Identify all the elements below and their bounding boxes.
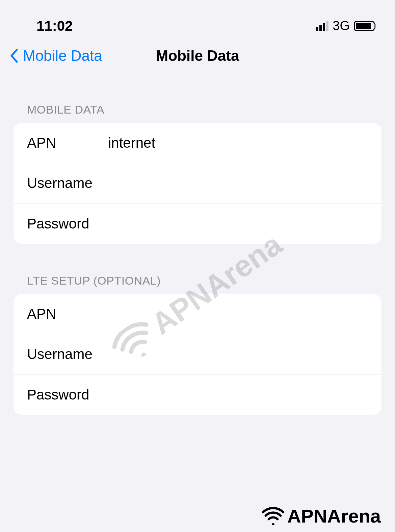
field-row-lte-apn[interactable]: APN [14, 294, 381, 334]
field-label-lte-username: Username [27, 346, 108, 362]
network-type: 3G [333, 19, 350, 33]
watermark-bottom-text: APNArena [287, 505, 381, 527]
status-right: 3G [316, 19, 375, 33]
nav-bar: Mobile Data Mobile Data [0, 35, 395, 73]
field-label-password: Password [27, 216, 108, 232]
wifi-icon [262, 507, 285, 525]
section-group-mobile-data: APN Username Password [14, 123, 381, 244]
field-label-lte-password: Password [27, 387, 108, 403]
content: MOBILE DATA APN Username Password LTE SE… [0, 73, 395, 415]
watermark-bottom: APNArena [262, 505, 381, 527]
password-input[interactable] [108, 216, 368, 232]
lte-apn-input[interactable] [108, 306, 368, 322]
field-row-lte-username[interactable]: Username [14, 334, 381, 374]
field-row-apn[interactable]: APN [14, 123, 381, 163]
chevron-left-icon [10, 48, 18, 63]
field-row-password[interactable]: Password [14, 203, 381, 244]
status-time: 11:02 [36, 18, 73, 34]
status-bar: 11:02 3G [0, 0, 395, 35]
field-row-username[interactable]: Username [14, 163, 381, 203]
battery-icon [354, 21, 375, 31]
nav-title: Mobile Data [156, 47, 239, 64]
field-label-apn: APN [27, 135, 108, 151]
field-row-lte-password[interactable]: Password [14, 374, 381, 415]
back-label: Mobile Data [23, 47, 102, 64]
signal-icon [316, 21, 328, 31]
field-label-username: Username [27, 175, 108, 191]
section-group-lte-setup: APN Username Password [14, 294, 381, 415]
section-header-lte-setup: LTE SETUP (OPTIONAL) [14, 244, 381, 294]
lte-password-input[interactable] [108, 387, 368, 403]
apn-input[interactable] [108, 135, 368, 151]
back-button[interactable]: Mobile Data [10, 47, 102, 64]
username-input[interactable] [108, 175, 368, 191]
section-header-mobile-data: MOBILE DATA [14, 73, 381, 123]
lte-username-input[interactable] [108, 346, 368, 362]
field-label-lte-apn: APN [27, 306, 108, 322]
